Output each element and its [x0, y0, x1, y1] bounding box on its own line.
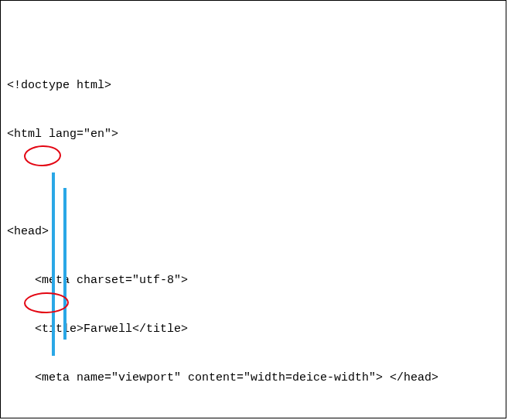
code-editor[interactable]: <!doctype html> <html lang="en"> <head> …	[0, 0, 506, 418]
code-line: <head>	[7, 224, 499, 240]
indent-guide-body	[52, 172, 55, 356]
code-line: <!doctype html>	[7, 77, 499, 94]
code-line: <meta charset="utf-8">	[7, 272, 499, 289]
code-line: <html lang="en">	[7, 126, 499, 142]
code-line: <title>Farwell</title>	[7, 321, 499, 337]
code-line	[7, 175, 499, 191]
indent-guide-ol	[63, 188, 66, 340]
code-canvas: <!doctype html> <html lang="en"> <head> …	[7, 45, 499, 418]
code-line: <meta name="viewport" content="width=dei…	[7, 370, 499, 386]
